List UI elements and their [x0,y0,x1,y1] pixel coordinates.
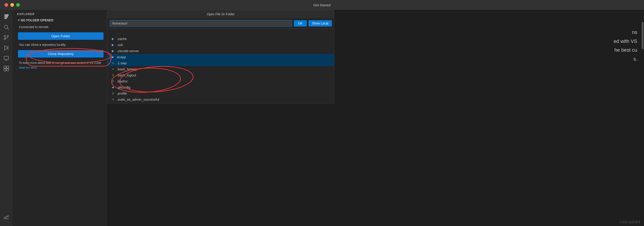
svg-rect-0 [4,14,6,15]
file-item-bash-history[interactable]: ≡ .bash_history [107,66,334,72]
file-item-parent[interactable]: .. [107,30,334,36]
dialog-title: Open File Or Folder [107,10,334,18]
svg-marker-12 [4,46,8,50]
svg-line-7 [8,28,9,30]
file-name-swp: .1.swp [117,61,126,65]
file-item-ssh[interactable]: ▶ .ssh [107,42,334,48]
docs-text: To learn more about how to use git and s… [18,61,104,70]
activity-search[interactable] [2,22,11,32]
activity-remote[interactable] [2,53,11,63]
file-name-bashrc: .bashrc [117,79,128,83]
ok-button[interactable]: OK [294,20,306,26]
file-icon-bash-history: ≡ [111,67,115,71]
docs-prefix: To learn more about how to use git and s… [19,61,101,64]
right-line-2: ed with VS [614,37,637,46]
file-item-bashrc[interactable]: $ .bashrc [107,78,334,84]
clone-repository-button[interactable]: Clone Repository [18,50,104,57]
file-item-sudo[interactable]: ≡ .sudo_as_admin_successful [107,96,334,102]
file-name-cache: .cache [117,37,127,41]
file-icon-profile: $ [111,92,115,95]
right-line-1: ns [614,28,637,37]
file-item-profile[interactable]: $ .profile [107,90,334,96]
watermark: CSDN @浪雪球 [620,220,640,224]
file-name-gitconfig: .gitconfig [117,85,130,89]
dialog-panel: Open File Or Folder OK Show Local .. ▶ .… [107,10,334,104]
scrollbar-thumb[interactable] [642,22,644,49]
no-folder-section: ▾ NO FOLDER OPENED Connected to remote. … [12,17,107,73]
sidebar-header: EXPLORER [12,10,107,17]
activity-run[interactable] [2,43,11,53]
no-folder-label: ▾ NO FOLDER OPENED [18,18,104,22]
activity-files[interactable] [2,12,11,21]
file-icon-swp: ≡ [111,61,115,65]
file-name-sudo: .sudo_as_admin_successful [117,97,159,101]
folder-icon-acapp: ▶ [111,55,115,59]
dialog-path-row: OK Show Local [107,18,334,29]
right-text: ns ed with VS he best cu s. [614,28,637,63]
svg-point-10 [4,35,6,37]
file-icon-gitconfig: ◆ [111,86,115,89]
scrollbar-track [641,20,644,226]
activity-extensions[interactable] [2,64,11,73]
open-folder-button[interactable]: Open Folder [18,32,104,40]
file-item-cache[interactable]: ▶ .cache [107,36,334,42]
titlebar: Get Started [0,0,644,10]
file-name-ssh: .ssh [117,43,123,47]
window-title: Get Started [314,3,331,7]
sidebar: EXPLORER ▾ NO FOLDER OPENED Connected to… [12,10,107,226]
file-icon-sudo: ≡ [111,98,115,101]
chevron-icon: ▾ [18,19,19,22]
file-item-gitconfig[interactable]: ◆ .gitconfig [107,84,334,90]
file-icon-bash-logout: $ [111,73,115,77]
svg-point-6 [4,25,8,28]
docs-link[interactable]: read our docs [19,66,37,69]
svg-point-9 [7,35,8,37]
file-name-vscode-server: .vscode-server [117,49,139,53]
file-item-vscode-server[interactable]: ▶ .vscode-server [107,48,334,54]
maximize-button[interactable] [16,3,20,7]
svg-rect-19 [4,69,6,71]
folder-icon-vscode: ▶ [111,49,115,53]
file-icon-bashrc: $ [111,79,115,83]
svg-rect-20 [6,69,9,71]
file-name-bash-logout: .bash_logout [117,73,136,77]
no-folder-text: NO FOLDER OPENED [21,18,53,22]
folder-icon-ssh: ▶ [111,43,115,46]
svg-rect-2 [4,16,8,17]
activity-bar [0,10,12,226]
show-local-button[interactable]: Show Local [308,20,332,26]
file-name-parent: .. [117,31,118,35]
svg-rect-4 [4,18,7,19]
minimize-button[interactable] [10,3,14,7]
close-button[interactable] [4,3,8,7]
activity-source-control[interactable] [2,33,11,42]
file-item-acapp[interactable]: ▶ acapp [107,54,334,60]
clone-text: You can clone a repository locally. [18,43,104,46]
svg-rect-14 [4,56,8,59]
docs-suffix: . [38,66,38,69]
file-list: .. ▶ .cache ▶ .ssh ▶ .vscode-server ▶ ac… [107,29,334,103]
file-item-bash-logout[interactable]: $ .bash_logout [107,72,334,78]
file-name-profile: .profile [117,91,127,95]
folder-icon-cache: ▶ [111,37,115,40]
file-name-acapp: acapp [117,55,126,59]
svg-rect-17 [4,66,6,68]
main-layout: EXPLORER ▾ NO FOLDER OPENED Connected to… [0,10,644,226]
right-line-4: s. [614,55,637,64]
svg-rect-18 [6,66,9,68]
window-controls [4,3,20,7]
file-name-bash-history: .bash_history [117,67,137,71]
connected-text: Connected to remote. [18,25,104,29]
content-area: Open File Or Folder OK Show Local .. ▶ .… [107,10,644,226]
file-item-swp[interactable]: ≡ .1.swp [107,60,334,66]
svg-rect-3 [4,17,8,18]
activity-analytics[interactable] [2,212,11,222]
right-line-3: he best cu [614,46,637,55]
path-input[interactable] [110,20,292,27]
